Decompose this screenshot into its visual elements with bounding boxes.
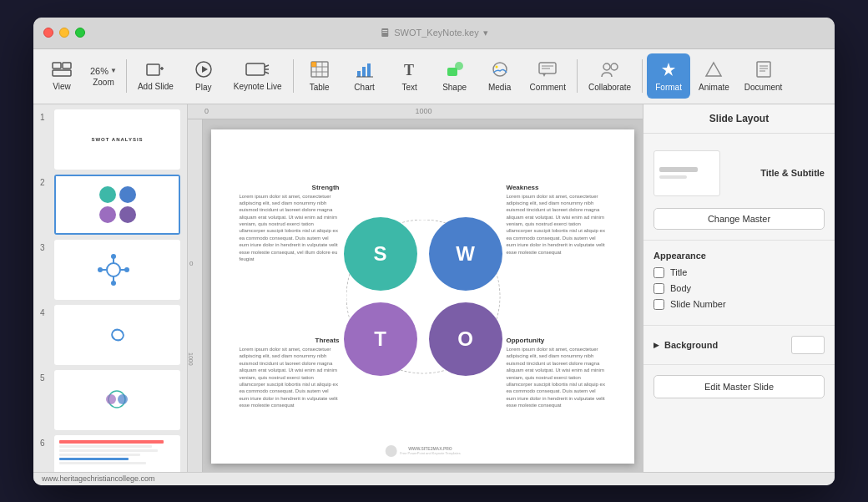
body-checkbox[interactable] [654,283,664,294]
media-button[interactable]: Media [478,53,522,99]
circle-o: O [429,302,502,376]
svg-rect-4 [63,63,71,68]
slide-preview-1[interactable]: SWOT ANALYSIS [54,109,180,170]
slide-number-label: Slide Number [670,299,726,309]
slide-thumb-6[interactable]: 6 [40,435,180,472]
svg-rect-22 [362,67,366,77]
body-checkbox-row: Body [654,283,825,294]
slide-content: Strength Lorem ipsum dolor sit amet, con… [211,129,634,464]
layout-section: Title & Subtitle Change Master [643,134,835,241]
document-button[interactable]: Document [738,53,790,99]
svg-text:T: T [404,62,414,78]
zoom-label: Zoom [93,78,114,87]
title-checkbox[interactable] [654,267,664,278]
body-checkbox-label: Body [670,283,691,293]
slide-thumb-1[interactable]: 1 SWOT ANALYSIS [40,109,180,170]
document-label: Document [744,83,783,92]
play-icon [195,61,212,80]
weakness-area: Weakness Lorem ipsum dolor sit amet, con… [507,184,628,256]
layout-thumbnail [654,150,720,196]
slide-preview-4[interactable] [54,305,180,365]
format-button[interactable]: Format [647,53,690,99]
background-label: Background [664,340,718,350]
window-controls [43,28,85,38]
background-color-swatch[interactable] [791,336,825,354]
zoom-control[interactable]: 26% ▼ Zoom [85,53,122,99]
slide-num-2: 2 [40,175,50,187]
app-window: SWOT_KeyNote.key ▾ View 26% ▼ Zoom Add [33,18,835,485]
separator-3 [577,59,578,93]
shape-button[interactable]: Shape [433,53,477,99]
zoom-value: 26% ▼ [90,66,117,76]
animate-button[interactable]: Animate [692,53,736,99]
keynote-live-button[interactable]: Keynote Live [227,53,289,99]
play-button[interactable]: Play [182,53,225,99]
toolbar: View 26% ▼ Zoom Add Slide Play [33,49,835,104]
view-icon [52,62,72,79]
close-button[interactable] [43,28,53,38]
chart-label: Chart [354,83,374,92]
view-button[interactable]: View [40,53,83,99]
dropdown-arrow-icon[interactable]: ▾ [483,28,488,38]
mini-w [119,186,136,203]
table-icon [310,61,329,80]
text-button[interactable]: T Text [388,53,431,99]
text-icon: T [401,61,418,80]
svg-marker-10 [202,66,208,73]
slide-preview-3[interactable] [54,240,180,300]
chart-button[interactable]: Chart [343,53,386,99]
svg-rect-3 [53,63,61,68]
change-master-button[interactable]: Change Master [654,208,825,230]
mini-t [99,206,116,223]
document-icon [754,61,773,80]
separator-2 [293,59,294,93]
svg-marker-36 [662,63,675,76]
svg-marker-37 [706,63,721,76]
svg-point-55 [118,394,128,404]
slide-thumb-3[interactable]: 3 [40,240,180,300]
table-button[interactable]: Table [298,53,341,99]
thumb-subtitle-line [659,175,687,179]
slide-thumb-2[interactable]: 2 [40,175,180,235]
svg-rect-26 [447,68,457,76]
comment-icon [538,61,557,80]
collaborate-button[interactable]: Collaborate [582,53,638,99]
slide-thumb-5[interactable]: 5 [40,370,180,430]
slide-preview-5[interactable] [54,370,180,430]
slides-panel: 1 SWOT ANALYSIS 2 [33,104,188,472]
ruler-mark-0: 0 [204,107,209,115]
layout-name: Title & Subtitle [760,168,825,178]
add-slide-label: Add Slide [138,82,174,91]
watermark: WWW.SITE2MAX.PRO Free PowerPoint and Key… [385,445,461,457]
slide2-swot-mini [99,186,136,223]
slide-canvas[interactable]: Strength Lorem ipsum dolor sit amet, con… [211,129,634,464]
slide-num-4: 4 [40,305,50,317]
watermark-icon [385,445,396,457]
slide-preview-6[interactable] [54,435,180,472]
svg-point-27 [455,62,463,70]
appearance-section: Appearance Title Body Slide Number [643,241,835,326]
slide-preview-2[interactable] [54,175,180,235]
ruler-mark-1000: 1000 [416,107,432,115]
status-url: www.heritagechristiancollege.com [42,474,155,483]
svg-rect-38 [757,62,770,77]
keynote-live-label: Keynote Live [234,82,282,91]
comment-button[interactable]: Comment [523,53,573,99]
background-left: ▶ Background [654,340,718,350]
status-bar: www.heritagechristiancollege.com [33,472,835,485]
background-arrow-icon[interactable]: ▶ [654,341,659,349]
svg-rect-6 [147,64,159,75]
maximize-button[interactable] [75,28,85,38]
slide-thumb-4[interactable]: 4 [40,305,180,365]
add-slide-icon [146,62,164,79]
chart-icon [356,61,374,80]
svg-point-47 [111,254,116,259]
edit-master-button[interactable]: Edit Master Slide [654,375,825,398]
collaborate-icon [600,61,620,80]
minimize-button[interactable] [59,28,69,38]
svg-rect-21 [357,71,361,77]
ruler-left: 0 1000 [188,119,203,472]
svg-rect-2 [382,32,387,33]
add-slide-button[interactable]: Add Slide [131,53,180,99]
slide-number-checkbox[interactable] [654,299,664,310]
